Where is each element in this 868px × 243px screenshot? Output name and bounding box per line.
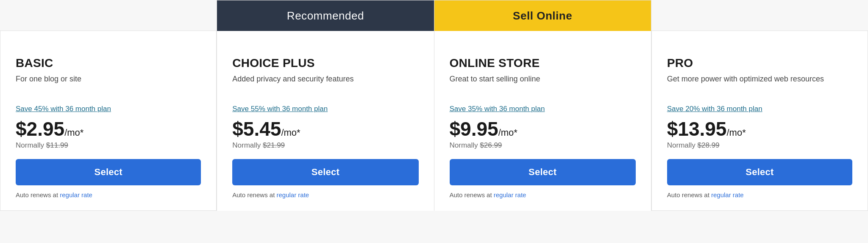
regular-rate-link-basic[interactable]: regular rate — [60, 191, 92, 198]
select-button-basic[interactable]: Select — [16, 159, 201, 185]
normally-online-store: Normally $26.99 — [450, 141, 636, 150]
pricing-container: BASIC For one blog or site Save 45% with… — [0, 0, 868, 211]
plan-name-pro: PRO — [667, 56, 852, 70]
badge-sell-online: Sell Online — [434, 0, 651, 31]
plan-desc-pro: Get more power with optimized web resour… — [667, 73, 852, 95]
select-button-pro[interactable]: Select — [667, 159, 852, 185]
select-button-online-store[interactable]: Select — [450, 159, 636, 185]
plan-desc-choice-plus: Added privacy and security features — [232, 73, 418, 95]
plan-desc-basic: For one blog or site — [16, 73, 201, 95]
plan-name-basic: BASIC — [16, 56, 201, 70]
regular-rate-link-pro[interactable]: regular rate — [711, 191, 744, 198]
plan-card-pro: PRO Get more power with optimized web re… — [651, 31, 868, 211]
plan-card-basic: BASIC For one blog or site Save 45% with… — [0, 31, 217, 211]
auto-renew-online-store: Auto renews at regular rate — [450, 191, 636, 198]
regular-rate-link-choice-plus[interactable]: regular rate — [276, 191, 309, 198]
normally-pro: Normally $28.99 — [667, 141, 852, 150]
plan-desc-online-store: Great to start selling online — [450, 73, 636, 95]
regular-rate-link-online-store[interactable]: regular rate — [494, 191, 526, 198]
save-link-pro[interactable]: Save 20% with 36 month plan — [667, 105, 852, 113]
badge-recommended: Recommended — [217, 0, 434, 31]
price-online-store: $9.95/mo* — [450, 119, 636, 139]
select-button-choice-plus[interactable]: Select — [232, 159, 418, 185]
auto-renew-pro: Auto renews at regular rate — [667, 191, 852, 198]
plan-card-online-store: ONLINE STORE Great to start selling onli… — [434, 31, 651, 211]
price-choice-plus: $5.45/mo* — [232, 119, 418, 139]
price-pro: $13.95/mo* — [667, 119, 852, 139]
save-link-basic[interactable]: Save 45% with 36 month plan — [16, 105, 201, 113]
badge-placeholder-pro — [651, 0, 868, 31]
normally-basic: Normally $11.99 — [16, 141, 201, 150]
badge-placeholder-basic — [0, 0, 217, 31]
plan-name-choice-plus: CHOICE PLUS — [232, 56, 418, 70]
save-link-choice-plus[interactable]: Save 55% with 36 month plan — [232, 105, 418, 113]
auto-renew-choice-plus: Auto renews at regular rate — [232, 191, 418, 198]
normally-choice-plus: Normally $21.99 — [232, 141, 418, 150]
save-link-online-store[interactable]: Save 35% with 36 month plan — [450, 105, 636, 113]
price-basic: $2.95/mo* — [16, 119, 201, 139]
auto-renew-basic: Auto renews at regular rate — [16, 191, 201, 198]
plan-name-online-store: ONLINE STORE — [450, 56, 636, 70]
plan-card-choice-plus: CHOICE PLUS Added privacy and security f… — [217, 31, 434, 211]
